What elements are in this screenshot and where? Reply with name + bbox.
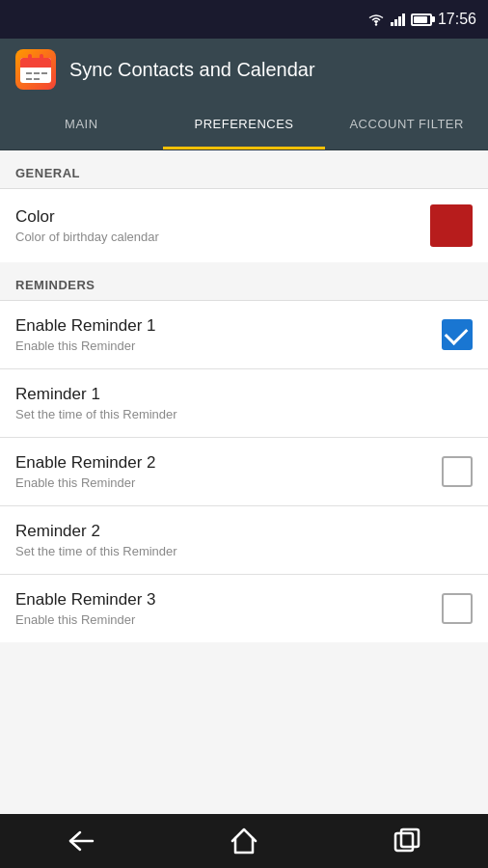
color-setting-row[interactable]: Color Color of birthday calendar: [0, 189, 488, 262]
color-setting-subtitle: Color of birthday calendar: [15, 230, 430, 244]
app-header: Sync Contacts and Calendar: [0, 39, 488, 100]
svg-rect-12: [395, 833, 413, 851]
reminder-2-subtitle: Set the time of this Reminder: [15, 544, 473, 558]
nav-bar: [0, 814, 488, 868]
tab-preferences[interactable]: PREFERENCES: [163, 100, 326, 149]
svg-rect-4: [28, 54, 32, 62]
content: GENERAL Color Color of birthday calendar…: [0, 150, 488, 814]
tabs-bar: MAIN PREFERENCES ACCOUNT FILTER: [0, 100, 488, 150]
general-section: GENERAL Color Color of birthday calendar: [0, 150, 488, 262]
svg-point-0: [375, 23, 377, 25]
enable-reminder-1-checkbox[interactable]: [442, 319, 473, 350]
reminder-2-text: Reminder 2 Set the time of this Reminder: [15, 522, 473, 558]
reminders-settings-list: Enable Reminder 1 Enable this Reminder R…: [0, 301, 488, 642]
enable-reminder-3-subtitle: Enable this Reminder: [15, 612, 442, 627]
general-section-header: GENERAL: [0, 150, 488, 189]
app-title: Sync Contacts and Calendar: [69, 59, 315, 81]
enable-reminder-1-row[interactable]: Enable Reminder 1 Enable this Reminder: [0, 301, 488, 369]
enable-reminder-2-text: Enable Reminder 2 Enable this Reminder: [15, 453, 442, 490]
enable-reminder-1-text: Enable Reminder 1 Enable this Reminder: [15, 316, 442, 353]
svg-rect-3: [20, 64, 51, 68]
reminders-section-header: REMINDERS: [0, 262, 488, 301]
reminder-1-row[interactable]: Reminder 1 Set the time of this Reminder: [0, 369, 488, 438]
svg-rect-13: [401, 829, 419, 847]
status-bar: 17:56: [0, 0, 488, 39]
svg-rect-5: [40, 54, 43, 62]
enable-reminder-2-row[interactable]: Enable Reminder 2 Enable this Reminder: [0, 438, 488, 506]
reminders-section: REMINDERS Enable Reminder 1 Enable this …: [0, 262, 488, 642]
enable-reminder-3-title: Enable Reminder 3: [15, 590, 442, 610]
reminder-2-title: Reminder 2: [15, 522, 473, 541]
enable-reminder-2-checkbox[interactable]: [442, 456, 473, 487]
general-settings-list: Color Color of birthday calendar: [0, 189, 488, 262]
tab-main[interactable]: MAIN: [0, 100, 163, 149]
color-swatch[interactable]: [430, 204, 473, 247]
reminder-2-row[interactable]: Reminder 2 Set the time of this Reminder: [0, 506, 488, 575]
tab-account-filter[interactable]: ACCOUNT FILTER: [325, 100, 488, 149]
reminder-1-subtitle: Set the time of this Reminder: [15, 407, 473, 421]
enable-reminder-3-checkbox[interactable]: [442, 593, 473, 624]
reminder-1-text: Reminder 1 Set the time of this Reminder: [15, 385, 473, 421]
nav-recent-button[interactable]: [378, 822, 436, 860]
reminder-1-title: Reminder 1: [15, 385, 473, 404]
wifi-icon: [367, 13, 385, 26]
enable-reminder-2-subtitle: Enable this Reminder: [15, 475, 442, 490]
enable-reminder-1-title: Enable Reminder 1: [15, 316, 442, 336]
enable-reminder-2-title: Enable Reminder 2: [15, 453, 442, 473]
status-icons: 17:56: [367, 11, 476, 28]
nav-back-button[interactable]: [52, 822, 110, 860]
status-time: 17:56: [438, 11, 476, 28]
signal-icon: [391, 13, 405, 26]
enable-reminder-3-row[interactable]: Enable Reminder 3 Enable this Reminder: [0, 575, 488, 642]
color-setting-text: Color Color of birthday calendar: [15, 207, 430, 244]
battery-icon: [411, 14, 432, 26]
nav-home-button[interactable]: [215, 822, 273, 860]
enable-reminder-1-subtitle: Enable this Reminder: [15, 339, 442, 353]
color-setting-title: Color: [15, 207, 430, 227]
enable-reminder-3-text: Enable Reminder 3 Enable this Reminder: [15, 590, 442, 627]
app-icon: [15, 49, 56, 90]
